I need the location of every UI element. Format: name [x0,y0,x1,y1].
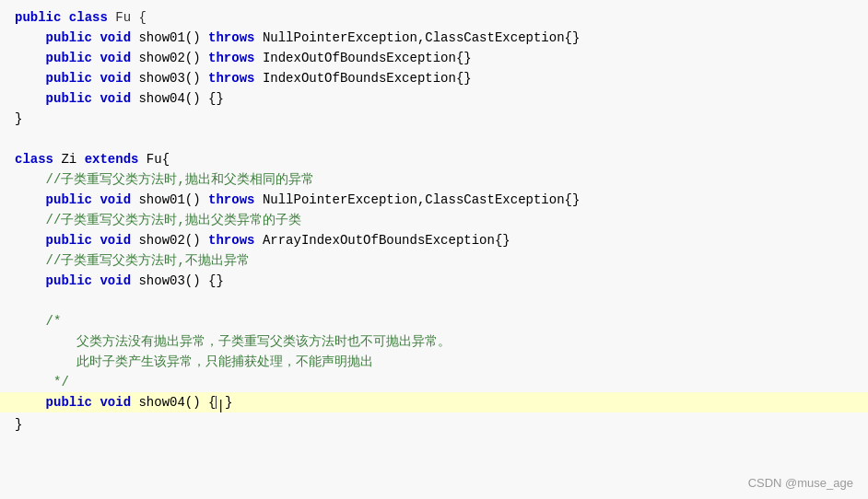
keyword: void [100,30,131,45]
keyword: public [46,30,92,45]
keyword: extends [85,152,139,167]
watermark: CSDN @muse_age [748,476,853,490]
keyword: throws [208,51,254,65]
code-line-13: //子类重写父类方法时,不抛出异常 [15,250,853,271]
code-line-21: } [15,414,853,435]
keyword: public [46,51,92,65]
keyword: public [46,395,92,410]
code-line-5: public void show04() {} [15,88,853,109]
code-line-3: public void show02() throws IndexOutOfBo… [15,48,853,68]
code-line-17: 父类方法没有抛出异常，子类重写父类该方法时也不可抛出异常。 [15,331,853,352]
code-line-12: public void show02() throws ArrayIndexOu… [15,230,853,250]
comment: //子类重写父类方法时,抛出父类异常的子类 [46,213,301,227]
code-line-14: public void show03() {} [15,271,853,291]
keyword: throws [208,192,254,207]
code-line-7 [15,129,853,149]
keyword: void [100,51,131,65]
comment: 此时子类产生该异常，只能捕获处理，不能声明抛出 [76,354,373,369]
code-editor: public class Fu { public void show01() t… [0,0,868,499]
keyword: void [100,395,131,410]
keyword: throws [208,233,254,248]
comment: 父类方法没有抛出异常，子类重写父类该方法时也不可抛出异常。 [76,334,451,349]
code-line-9: //子类重写父类方法时,抛出和父类相同的异常 [15,169,853,190]
code-line-1: public class Fu { [15,7,853,28]
keyword: throws [208,71,254,86]
keyword: void [100,233,131,248]
keyword: public [46,233,92,248]
code-line-2: public void show01() throws NullPointerE… [15,28,853,48]
keyword: void [100,91,131,106]
keyword: void [100,273,131,288]
code-line-16: /* [15,311,853,331]
keyword: public [46,192,92,207]
keyword: public [46,91,92,106]
keyword: throws [208,30,254,45]
code-line-8: class Zi extends Fu{ [15,149,853,169]
keyword: void [100,71,131,86]
code-line-19: */ [15,372,853,392]
comment: */ [53,375,69,389]
code-line-15 [15,291,853,311]
code-line-11: //子类重写父类方法时,抛出父类异常的子类 [15,210,853,230]
keyword: class [69,10,108,25]
code-line-18: 此时子类产生该异常，只能捕获处理，不能声明抛出 [15,352,853,372]
keyword: class [15,152,53,167]
comment: //子类重写父类方法时,不抛出异常 [46,253,250,268]
comment: /* [46,314,62,329]
code-line-10: public void show01() throws NullPointerE… [15,190,853,210]
keyword: public [15,10,61,25]
code-content: public class Fu { public void show01() t… [0,7,868,435]
code-line-4: public void show03() throws IndexOutOfBo… [15,68,853,88]
comment: //子类重写父类方法时,抛出和父类相同的异常 [46,172,314,187]
keyword: public [46,273,92,288]
keyword: void [100,192,131,207]
keyword: public [46,71,92,86]
code-line-6: } [15,109,853,129]
code-line-20: public void show04() {|} [0,392,868,412]
